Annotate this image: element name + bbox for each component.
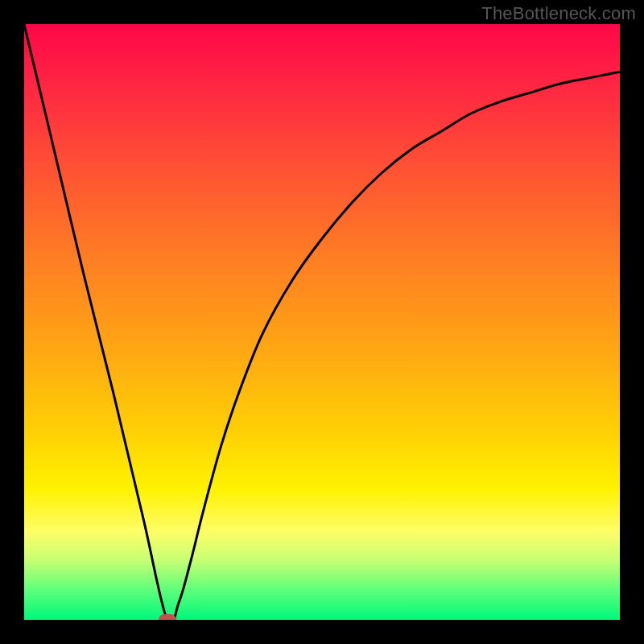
chart-frame: TheBottleneck.com bbox=[0, 0, 644, 644]
watermark-text: TheBottleneck.com bbox=[481, 3, 636, 24]
bottleneck-curve bbox=[24, 24, 620, 620]
plot-area bbox=[24, 24, 620, 620]
optimum-marker bbox=[159, 614, 176, 620]
